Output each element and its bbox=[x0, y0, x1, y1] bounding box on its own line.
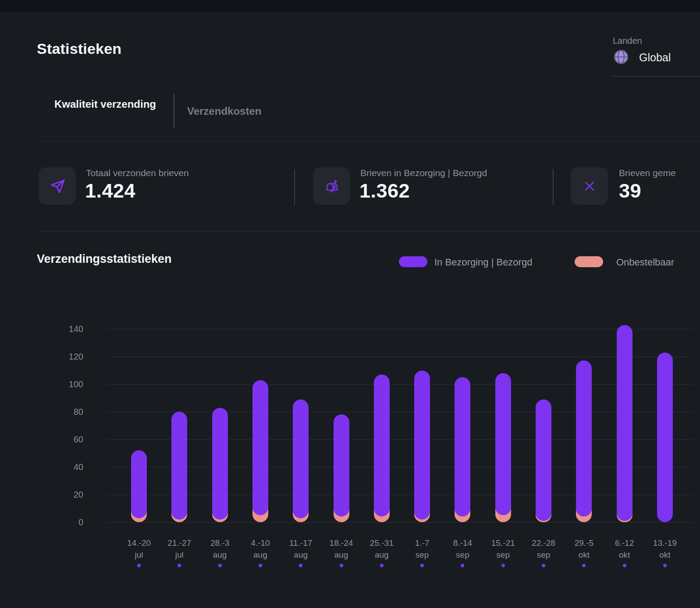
x-axis-dot bbox=[420, 564, 424, 567]
stat-divider bbox=[553, 169, 554, 205]
chart-title: Verzendingsstatistieken bbox=[37, 252, 172, 266]
x-axis-label: 13.-19okt bbox=[641, 537, 689, 561]
tab-kwaliteit-verzending[interactable]: Kwaliteit verzending bbox=[53, 96, 158, 112]
bar-in-bezorging bbox=[414, 371, 430, 520]
top-bar bbox=[0, 0, 700, 12]
legend-swatch-bezorgd[interactable] bbox=[399, 256, 427, 267]
country-selector-label: Landen bbox=[613, 36, 642, 46]
bar-in-bezorging bbox=[212, 408, 228, 520]
x-axis-dot bbox=[137, 564, 141, 567]
bar-in-bezorging bbox=[455, 377, 470, 516]
x-axis-dot bbox=[582, 564, 586, 567]
legend-label-bezorgd: In Bezorging | Bezorgd bbox=[434, 257, 532, 268]
globe-icon[interactable] bbox=[613, 49, 629, 65]
x-axis-dot bbox=[461, 564, 464, 567]
y-axis-label-60: 60 bbox=[48, 435, 83, 445]
divider bbox=[37, 141, 700, 141]
gridline-100 bbox=[107, 384, 693, 385]
send-icon bbox=[39, 167, 76, 205]
bar-in-bezorging bbox=[657, 353, 673, 522]
tab-divider bbox=[174, 94, 174, 129]
bar-in-bezorging bbox=[495, 373, 511, 515]
stat-label-gemist: Brieven geme bbox=[619, 168, 676, 178]
x-axis-dot bbox=[178, 564, 181, 567]
page-title: Statistieken bbox=[37, 40, 121, 57]
y-axis-label-20: 20 bbox=[48, 490, 83, 500]
y-axis-label-100: 100 bbox=[48, 379, 83, 389]
stat-value-totaal: 1.424 bbox=[85, 180, 135, 202]
gridline-0 bbox=[107, 522, 693, 523]
gridline-140 bbox=[107, 329, 693, 329]
bar-in-bezorging bbox=[617, 325, 632, 521]
x-axis-dot bbox=[218, 564, 222, 567]
x-axis-dot bbox=[259, 564, 262, 567]
y-axis-label-120: 120 bbox=[48, 352, 83, 362]
x-icon bbox=[571, 167, 608, 205]
x-axis-dot bbox=[663, 564, 667, 567]
x-axis-dot bbox=[340, 564, 343, 567]
bar-in-bezorging bbox=[252, 380, 268, 516]
tab-verzendkosten[interactable]: Verzendkosten bbox=[187, 105, 261, 117]
stat-value-bezorgd: 1.362 bbox=[359, 180, 410, 202]
divider bbox=[37, 231, 700, 232]
stat-divider bbox=[294, 169, 295, 205]
legend-label-onbestelbaar: Onbestelbaar bbox=[616, 257, 674, 268]
bar-in-bezorging bbox=[131, 450, 147, 518]
x-axis-dot bbox=[299, 564, 302, 567]
statistics-page: Statistieken Landen Global Kwaliteit ver… bbox=[0, 0, 700, 608]
x-axis-dot bbox=[501, 564, 505, 567]
gridline-60 bbox=[107, 439, 693, 440]
x-axis-dot bbox=[380, 564, 384, 567]
legend-swatch-onbestelbaar[interactable] bbox=[575, 256, 603, 267]
y-axis-label-80: 80 bbox=[48, 407, 83, 417]
bar-in-bezorging bbox=[374, 375, 390, 516]
gridline-120 bbox=[107, 357, 693, 357]
bar-in-bezorging bbox=[536, 399, 551, 521]
gridline-40 bbox=[107, 467, 693, 467]
bar-in-bezorging bbox=[334, 414, 349, 516]
stat-value-gemist: 39 bbox=[619, 180, 641, 202]
country-selector-underline bbox=[612, 76, 700, 77]
gridline-80 bbox=[107, 412, 693, 412]
y-axis-label-140: 140 bbox=[48, 324, 83, 334]
stat-label-totaal: Totaal verzonden brieven bbox=[86, 168, 189, 178]
x-axis-dot bbox=[542, 564, 545, 567]
bar-in-bezorging bbox=[171, 412, 187, 520]
y-axis-label-0: 0 bbox=[48, 517, 83, 527]
gridline-20 bbox=[107, 495, 693, 495]
bar-in-bezorging bbox=[293, 399, 309, 518]
bar-in-bezorging bbox=[576, 361, 592, 516]
stat-label-bezorgd: Brieven in Bezorging | Bezorgd bbox=[360, 168, 487, 178]
x-axis-dot bbox=[623, 564, 626, 567]
y-axis-label-40: 40 bbox=[48, 462, 83, 472]
country-selector-value[interactable]: Global bbox=[639, 51, 671, 64]
mailbox-icon bbox=[313, 167, 350, 205]
